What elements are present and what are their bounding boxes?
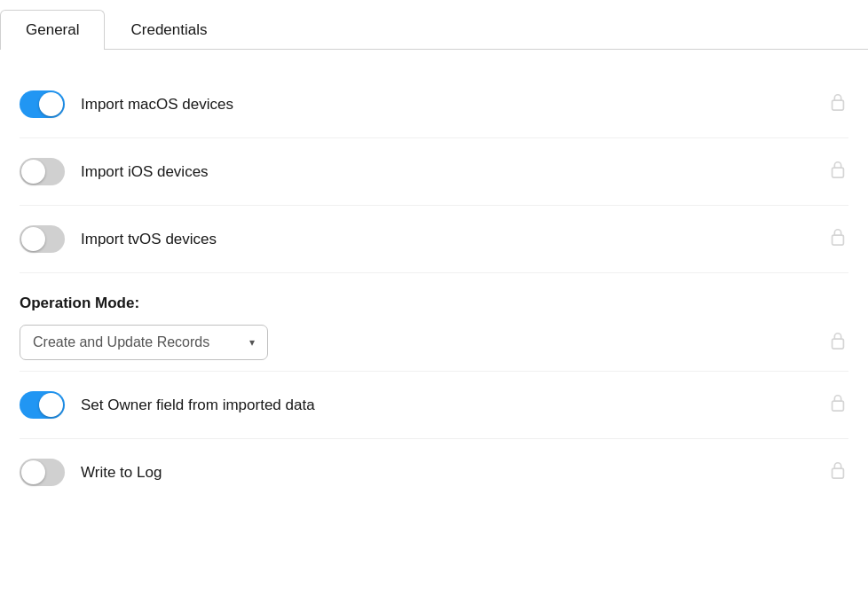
operation-mode-heading: Operation Mode: [20, 294, 848, 312]
setting-row-macos: Import macOS devices [20, 75, 848, 134]
write-to-log-label: Write to Log [81, 464, 162, 482]
setting-row-set-owner: Set Owner field from imported data [20, 375, 848, 435]
lock-icon-set-owner [827, 393, 848, 417]
svg-rect-4 [832, 401, 844, 411]
divider-2 [20, 205, 848, 206]
svg-rect-2 [832, 235, 844, 245]
toggle-import-tvos[interactable] [20, 225, 65, 253]
lock-icon-operation-mode [827, 331, 848, 355]
divider-3 [20, 272, 848, 273]
import-macos-label: Import macOS devices [81, 96, 233, 114]
lock-icon-macos [827, 92, 848, 116]
lock-icon-write-to-log [827, 460, 848, 484]
divider-1 [20, 137, 848, 138]
divider-5 [20, 438, 848, 439]
toggle-import-macos[interactable] [20, 90, 65, 118]
svg-rect-5 [832, 468, 844, 478]
setting-row-ios: Import iOS devices [20, 142, 848, 201]
operation-mode-dropdown[interactable]: Create and Update Records ▾ [20, 325, 268, 360]
operation-mode-value: Create and Update Records [33, 334, 209, 350]
general-content: Import macOS devices Import iOS devices [0, 50, 868, 527]
setting-left-set-owner: Set Owner field from imported data [20, 391, 315, 419]
toggle-write-to-log[interactable] [20, 459, 65, 486]
svg-rect-3 [832, 339, 844, 349]
import-tvos-label: Import tvOS devices [81, 231, 217, 248]
setting-left-tvos: Import tvOS devices [20, 225, 217, 253]
svg-rect-0 [832, 100, 844, 110]
setting-row-tvos: Import tvOS devices [20, 209, 848, 269]
toggle-import-ios[interactable] [20, 158, 65, 185]
operation-mode-section: Operation Mode: Create and Update Record… [20, 277, 848, 367]
svg-rect-1 [832, 168, 844, 177]
setting-left-ios: Import iOS devices [20, 158, 209, 185]
tabs-bar: General Credentials [0, 0, 868, 50]
lock-icon-tvos [827, 227, 848, 251]
toggle-set-owner[interactable] [20, 391, 65, 419]
lock-icon-ios [827, 160, 848, 184]
setting-row-write-to-log: Write to Log [20, 443, 848, 502]
set-owner-label: Set Owner field from imported data [81, 397, 315, 414]
divider-4 [20, 371, 848, 372]
operation-mode-row: Create and Update Records ▾ [20, 325, 848, 360]
setting-left-write-to-log: Write to Log [20, 459, 162, 486]
tab-credentials[interactable]: Credentials [105, 10, 233, 50]
dropdown-arrow-icon: ▾ [249, 336, 255, 349]
setting-left-macos: Import macOS devices [20, 90, 233, 118]
import-ios-label: Import iOS devices [81, 163, 209, 181]
tab-general[interactable]: General [0, 10, 105, 50]
